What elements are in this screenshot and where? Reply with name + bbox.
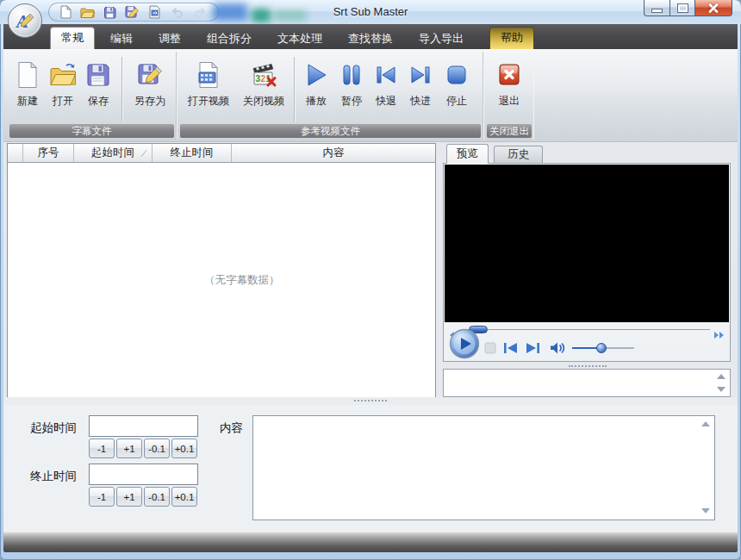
new-button[interactable]: 新建 (10, 53, 45, 122)
end-time-input[interactable] (89, 464, 198, 485)
save-as-button[interactable]: 另存为 (128, 53, 172, 122)
group-caption-subtitle-file: 字幕文件 (9, 124, 174, 138)
start-plus-01-button[interactable]: +0.1 (171, 439, 197, 458)
start-minus-1-button[interactable]: -1 (89, 439, 115, 458)
pause-button-ribbon[interactable]: 暂停 (334, 53, 369, 122)
fast-forward-icon (408, 58, 433, 92)
end-minus-01-button[interactable]: -0.1 (144, 487, 170, 507)
tab-history[interactable]: 历史 (494, 146, 543, 164)
group-caption-reference-video: 参考视频文件 (180, 124, 481, 138)
tab-preview[interactable]: 预览 (446, 144, 489, 164)
fast-forward-button-ribbon[interactable]: 快进 (403, 53, 438, 122)
window-title: Srt Sub Master (0, 5, 741, 18)
ribbon-group-reference-video: 打开视频 321 关闭视频 播放 暂停 (179, 52, 483, 140)
ribbon: 新建 打开 保存 另存为 字幕文件 (3, 49, 738, 141)
scroll-up-icon[interactable] (717, 374, 725, 379)
maximize-icon (678, 4, 688, 12)
button-label: 退出 (499, 94, 520, 109)
stop-icon (445, 58, 469, 92)
open-video-button[interactable]: 打开视频 (181, 53, 236, 122)
tab-find-replace[interactable]: 查找替换 (338, 28, 403, 49)
subtitle-table-body[interactable]: （无字幕数据） (8, 163, 435, 397)
save-button[interactable]: 保存 (81, 53, 115, 122)
empty-table-message: （无字幕数据） (204, 273, 280, 288)
minimize-button[interactable] (644, 0, 669, 16)
volume-thumb[interactable] (596, 343, 607, 353)
button-label: 打开视频 (188, 94, 229, 109)
maximize-button[interactable] (669, 0, 694, 16)
video-display[interactable] (445, 165, 729, 322)
title-bar: Srt Sub Master (0, 0, 741, 24)
content-textarea[interactable] (252, 415, 715, 520)
group-caption-close-exit: 关闭退出 (487, 124, 532, 138)
column-header-end-time[interactable]: 终止时间 (153, 144, 232, 162)
save-as-icon (136, 58, 164, 92)
tab-combine-split[interactable]: 组合拆分 (196, 28, 262, 49)
next-button[interactable] (526, 342, 540, 358)
button-label: 关闭视频 (243, 94, 284, 109)
status-bar (3, 532, 738, 552)
open-button[interactable]: 打开 (47, 53, 79, 122)
play-icon (302, 58, 330, 92)
seek-track[interactable] (464, 329, 710, 330)
application-window: Srt Sub Master A 常规 编辑 调整 组合拆分 (0, 0, 741, 560)
tab-general[interactable]: 常规 (50, 27, 95, 49)
column-header-index[interactable]: 序号 (23, 144, 74, 162)
pause-icon (340, 58, 363, 92)
horizontal-splitter[interactable] (3, 397, 738, 405)
minimize-icon (651, 9, 663, 13)
start-plus-1-button[interactable]: +1 (116, 439, 142, 458)
end-plus-01-button[interactable]: +0.1 (171, 487, 197, 507)
row-selector-header[interactable] (8, 144, 23, 162)
close-video-321-icon: 321 (250, 58, 277, 92)
button-divider (121, 57, 122, 122)
column-header-content[interactable]: 内容 (232, 144, 435, 162)
seek-bar-row (445, 324, 729, 335)
volume-slider[interactable] (572, 347, 634, 349)
ribbon-group-close-exit: 退出 关闭退出 (486, 52, 533, 140)
video-player (443, 163, 731, 362)
ribbon-tab-bar: 常规 编辑 调整 组合拆分 文本处理 查找替换 导入导出 帮助 (3, 24, 738, 49)
previous-button[interactable] (503, 342, 518, 358)
tab-text-processing[interactable]: 文本处理 (267, 28, 333, 49)
rewind-icon (373, 58, 399, 92)
button-label: 暂停 (341, 94, 362, 109)
end-minus-1-button[interactable]: -1 (89, 487, 115, 507)
volume-icon[interactable] (550, 341, 568, 358)
button-label: 快进 (410, 94, 431, 109)
exit-button[interactable]: 退出 (489, 53, 530, 122)
column-header-label: 起始时间 (91, 146, 134, 160)
rewind-button-ribbon[interactable]: 快退 (369, 53, 403, 122)
close-video-button[interactable]: 321 关闭视频 (236, 53, 291, 122)
content-label: 内容 (220, 420, 243, 436)
subtitle-table-header: 序号 起始时间 ∕ 终止时间 内容 (8, 144, 435, 163)
column-header-start-time[interactable]: 起始时间 ∕ (74, 144, 153, 162)
end-plus-1-button[interactable]: +1 (116, 487, 142, 507)
close-button[interactable] (694, 0, 732, 16)
button-label: 新建 (17, 94, 38, 109)
app-logo-icon: A (7, 3, 43, 39)
start-minus-01-button[interactable]: -0.1 (144, 439, 170, 458)
ribbon-group-subtitle-file: 新建 打开 保存 另存为 字幕文件 (9, 52, 177, 140)
end-time-label: 终止时间 (30, 469, 77, 484)
start-time-input[interactable] (89, 415, 198, 437)
stop-button-ribbon[interactable]: 停止 (438, 53, 476, 122)
start-time-label: 起始时间 (30, 420, 77, 436)
scroll-down-icon[interactable] (717, 387, 725, 392)
tab-import-export[interactable]: 导入导出 (408, 28, 474, 49)
exit-red-x-icon (495, 58, 523, 92)
button-label: 另存为 (134, 94, 165, 109)
window-controls (644, 0, 732, 16)
textarea-scroll-up-icon[interactable] (701, 421, 710, 426)
tab-adjust[interactable]: 调整 (148, 28, 191, 49)
stop-button[interactable] (484, 342, 496, 358)
subtitle-table: 序号 起始时间 ∕ 终止时间 内容 （无字幕数据） (7, 143, 436, 397)
tab-help[interactable]: 帮助 (489, 27, 534, 49)
subtitle-preview-box[interactable] (443, 369, 731, 397)
app-menu-button[interactable]: A (7, 3, 43, 39)
textarea-scroll-down-icon[interactable] (701, 508, 710, 513)
tab-edit[interactable]: 编辑 (100, 28, 143, 49)
close-icon (708, 3, 719, 13)
play-button-ribbon[interactable]: 播放 (298, 53, 334, 122)
play-button[interactable] (449, 328, 480, 363)
